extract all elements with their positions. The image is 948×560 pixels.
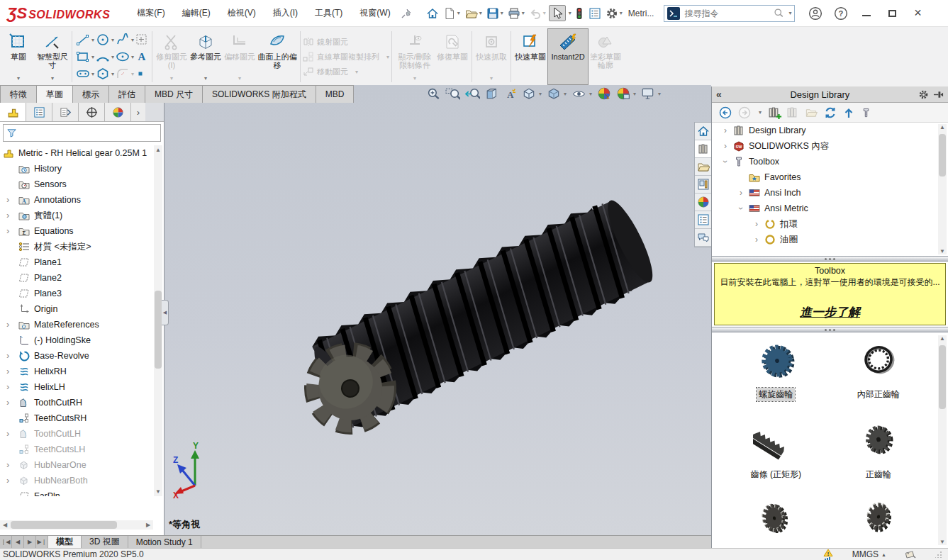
expand-arrow-icon[interactable]: ›	[6, 461, 9, 469]
toolbox-item-rack[interactable]: 齒條 (正矩形)	[725, 417, 827, 481]
arc-tool[interactable]: ▾	[96, 49, 114, 65]
refresh-icon[interactable]	[824, 106, 837, 119]
expand-arrow-icon[interactable]: ›	[6, 228, 9, 235]
first-tab-icon[interactable]: ❘◀	[0, 536, 12, 548]
dl-item-ansi-inch[interactable]: ›Ansi Inch	[712, 185, 948, 201]
save-button[interactable]: ▾	[485, 5, 505, 22]
help-icon[interactable]: ?	[830, 4, 852, 23]
spline-tool[interactable]: ▾	[116, 32, 134, 47]
sketch-button[interactable]: 草圖▾	[1, 28, 35, 85]
tree-item-matereferences[interactable]: ›MateReferences	[0, 317, 153, 332]
sketch-fillet-tool[interactable]: ▾	[116, 66, 134, 82]
tree-item-equations[interactable]: ›Equations	[0, 223, 153, 239]
minimize-button[interactable]	[856, 4, 877, 23]
selection-box-tool[interactable]	[135, 32, 148, 47]
menu-file[interactable]: 檔案(F)	[130, 3, 172, 23]
tab-sketch[interactable]: 草圖	[36, 85, 73, 103]
thumbnails-scrollbar[interactable]: ▲▼	[938, 335, 947, 545]
expand-arrow-icon[interactable]: ›	[6, 430, 9, 437]
expand-arrow-icon[interactable]: ›	[6, 196, 9, 203]
tree-item-farpln[interactable]: FarPln	[0, 488, 153, 496]
ellipse-tool[interactable]: ▾	[116, 49, 134, 65]
up-icon[interactable]	[843, 106, 854, 119]
menu-tools[interactable]: 工具(T)	[308, 3, 350, 23]
search-options-caret[interactable]: ▾	[788, 10, 791, 16]
scroll-up-icon[interactable]: ▲	[154, 145, 162, 155]
home-icon[interactable]	[695, 123, 711, 140]
tree-item-plane3[interactable]: Plane3	[0, 286, 153, 301]
3d-model-helical-gear[interactable]	[164, 85, 711, 535]
tree-item-hubnearone[interactable]: ›HubNearOne	[0, 457, 153, 473]
last-tab-icon[interactable]: ▶❘	[36, 536, 48, 548]
circle-tool[interactable]: ▾	[96, 32, 114, 47]
forum-icon[interactable]	[695, 229, 711, 247]
hide-annotations-icon[interactable]: A	[503, 87, 517, 101]
expand-arrow-icon[interactable]: ›	[6, 399, 9, 406]
design-library-icon[interactable]	[695, 140, 711, 158]
part-tree-tab[interactable]	[0, 103, 26, 121]
convert-entities-button[interactable]: 參考圖元▾	[189, 28, 223, 85]
hide-show-items-icon[interactable]: ▾	[571, 87, 592, 101]
appearances-icon[interactable]	[695, 194, 711, 211]
toolbox-item-bevel-pinion[interactable]: 直斜 (小齒輪)	[827, 497, 930, 548]
text-tool[interactable]: A	[135, 49, 148, 65]
display-manager-tab[interactable]	[105, 103, 131, 121]
home-button[interactable]	[425, 5, 440, 22]
trim-entities-button[interactable]: 修剪圖元(I)▾	[155, 28, 189, 85]
expand-arrow-icon[interactable]: ›	[6, 321, 9, 328]
repair-sketch-button[interactable]: 修復草圖	[435, 28, 469, 85]
more-tabs-icon[interactable]: ›	[131, 103, 145, 121]
slot-tool[interactable]: ▾	[76, 66, 94, 82]
document-options-label[interactable]: Metri...	[628, 9, 654, 18]
toolbox-item-spur-gear[interactable]: 正齒輪	[827, 417, 930, 481]
display-style-icon[interactable]: ▾	[547, 86, 567, 101]
tree-item-annotations[interactable]: ›Annotations	[0, 192, 153, 208]
file-explorer-icon[interactable]	[695, 158, 711, 176]
pane-pin-icon[interactable]	[933, 90, 944, 99]
tags-icon[interactable]	[905, 549, 917, 560]
tree-item-history[interactable]: History	[0, 161, 153, 177]
toolbox-icon[interactable]	[861, 107, 871, 118]
view-orientation-icon[interactable]: ▾	[522, 86, 542, 101]
dl-item-toolbox[interactable]: ›Toolbox	[712, 154, 948, 169]
tree-item-helixlh[interactable]: ›HelixLH	[0, 379, 153, 395]
menu-edit[interactable]: 編輯(E)	[175, 3, 218, 23]
tree-item-holdingske[interactable]: (-) HoldingSke	[0, 332, 153, 348]
learn-more-link[interactable]: 進一步了解	[715, 304, 945, 320]
graphics-area[interactable]: A ▾ ▾ ▾ ▾ ▾ Y Z X *等角視	[164, 85, 711, 535]
performance-warning-icon[interactable]: !	[822, 549, 834, 560]
offset-entities-button[interactable]: 偏移圖元▾	[223, 28, 257, 85]
tree-item-material[interactable]: 材質 <未指定>	[0, 239, 153, 254]
dl-tree-scrollbar[interactable]: ▲▼	[938, 124, 947, 254]
smart-dimension-button[interactable]: 智慧型尺寸▾	[35, 28, 69, 85]
dl-item-ansi-metric[interactable]: ›Ansi Metric	[712, 201, 948, 216]
back-icon[interactable]	[719, 106, 732, 119]
print-button[interactable]: ▾	[506, 5, 526, 22]
interference-traffic-light-icon[interactable]	[573, 5, 586, 22]
property-manager-tab[interactable]	[26, 103, 52, 121]
tree-horizontal-scrollbar[interactable]: ◀ ▶	[0, 520, 153, 530]
collapse-pane-icon[interactable]: «	[716, 89, 722, 100]
point-tool[interactable]	[135, 66, 148, 82]
next-tab-icon[interactable]: ▶	[24, 536, 36, 548]
toolbox-item-bevel-gear[interactable]: 直斜 (齒輪)	[725, 497, 827, 548]
pane-splitter[interactable]	[712, 256, 948, 262]
prev-tab-icon[interactable]: ◀	[12, 536, 24, 548]
zoom-to-fit-icon[interactable]	[427, 87, 440, 101]
tree-item-toothcutrh[interactable]: ›ToothCutRH	[0, 395, 153, 410]
tree-item-origin[interactable]: Origin	[0, 301, 153, 317]
expand-arrow-icon[interactable]: ›	[6, 383, 9, 391]
tab-3d-views[interactable]: 3D 視圖	[82, 536, 128, 548]
linear-sketch-pattern-button[interactable]: 直線草圖複製排列▾	[303, 50, 389, 63]
dl-item-o-rings[interactable]: ›油圈	[712, 232, 948, 247]
tab-motion-study[interactable]: Motion Study 1	[128, 536, 201, 548]
tab-mbd[interactable]: MBD	[316, 85, 355, 103]
tree-item-sensors[interactable]: Sensors	[0, 177, 153, 192]
expand-arrow-icon[interactable]: ›	[6, 352, 9, 359]
command-search[interactable]: ▾	[664, 5, 795, 22]
rectangle-tool[interactable]: ▾	[76, 49, 94, 65]
menu-view[interactable]: 檢視(V)	[221, 3, 263, 23]
open-folder-icon[interactable]	[805, 106, 818, 118]
pane-settings-gear-icon[interactable]	[918, 89, 929, 100]
expand-arrow-icon[interactable]: ›	[6, 368, 9, 375]
